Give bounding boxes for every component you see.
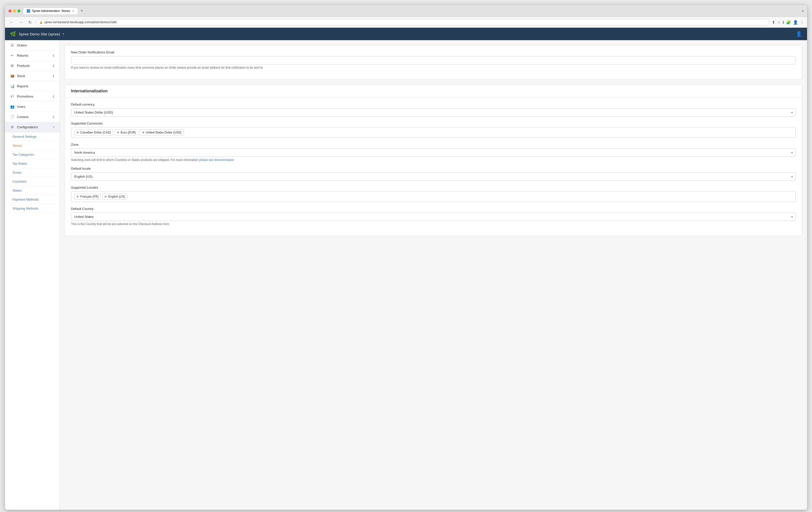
promotions-chevron-icon: ❮ (52, 95, 55, 98)
currency-tag-usd: ✕United States Dollar (USD) (140, 130, 184, 135)
locale-tag-en: ✕English (US) (102, 194, 127, 199)
browser-window: Spree Administration: Stores ✕ + ▾ ← → ↻… (5, 5, 807, 510)
sidebar-label-products: Products (17, 64, 30, 68)
notification-email-section: New Order Notifications Email If you wan… (65, 45, 802, 80)
sidebar-item-users[interactable]: 👥 Users (5, 102, 60, 112)
info-icon[interactable]: ℹ (783, 20, 784, 25)
url-text: spree-vsf-backend.herokuapp.com/admin/st… (45, 21, 116, 24)
back-button[interactable]: ← (8, 20, 15, 25)
address-bar[interactable]: 🔒 spree-vsf-backend.herokuapp.com/admin/… (36, 19, 770, 25)
currency-tag-remove-usd[interactable]: ✕ (142, 131, 144, 134)
returns-chevron-icon: ❮ (52, 54, 55, 57)
submenu-item-stores[interactable]: Stores (5, 141, 60, 150)
sidebar-label-reports: Reports (17, 84, 28, 88)
logo-chevron-icon[interactable]: ▾ (63, 32, 64, 36)
submenu-item-tax-categories[interactable]: Tax Categories (5, 150, 60, 159)
sidebar-item-orders[interactable]: ☰ Orders (5, 40, 60, 50)
currency-tag-label-cad: Canadian Dollar (CAD) (80, 131, 111, 134)
default-country-group: Default Country United StatesCanadaUnite… (71, 207, 796, 226)
app-name: Spree Demo Site (spree) (19, 32, 60, 36)
user-profile-icon[interactable]: 👤 (793, 20, 798, 25)
submenu-item-tax-rates[interactable]: Tax Rates (5, 159, 60, 168)
currency-tag-cad: ✕Canadian Dollar (CAD) (74, 130, 113, 135)
default-currency-select[interactable]: United States Dollar (USD)Canadian Dolla… (71, 108, 796, 116)
submenu-item-payment-methods[interactable]: Payment Methods (5, 195, 60, 204)
close-button[interactable] (8, 9, 11, 12)
default-country-select[interactable]: United StatesCanadaUnited Kingdom (71, 213, 796, 221)
header-user-icon[interactable]: 👤 (796, 31, 802, 37)
sidebar-item-stock[interactable]: 📦 Stock ❮ (5, 71, 60, 81)
zone-hint-link[interactable]: please see documentation (199, 158, 234, 162)
bookmark-icon[interactable]: ☆ (777, 20, 781, 25)
submenu-item-zones[interactable]: Zones (5, 168, 60, 177)
default-country-label: Default Country (71, 207, 796, 211)
default-currency-group: Default currency United States Dollar (U… (71, 103, 796, 116)
locale-tag-label-fr: Français (FR) (80, 195, 98, 198)
currency-tag-remove-eur[interactable]: ✕ (117, 131, 119, 134)
reports-icon: 📊 (10, 84, 14, 88)
orders-icon: ☰ (10, 43, 14, 47)
stock-chevron-icon: ❮ (52, 74, 55, 78)
products-chevron-icon: ❮ (52, 64, 55, 68)
locale-tag-remove-en[interactable]: ✕ (105, 195, 107, 198)
stock-icon: 📦 (10, 74, 14, 78)
notification-email-input[interactable] (71, 56, 796, 64)
sidebar-item-reports[interactable]: 📊 Reports (5, 81, 60, 91)
forward-button[interactable]: → (18, 20, 24, 25)
sidebar-item-products[interactable]: ⊞ Products ❮ (5, 61, 60, 71)
notification-email-group: New Order Notifications Email If you wan… (71, 50, 796, 70)
tab-close-button[interactable]: ✕ (72, 9, 74, 13)
maximize-button[interactable] (18, 9, 21, 12)
minimize-button[interactable] (13, 9, 16, 12)
notification-email-hint: If you want to receive an email notifica… (71, 66, 796, 70)
sidebar-item-returns[interactable]: ↩ Returns ❮ (5, 50, 60, 61)
currency-tag-label-usd: United States Dollar (USD) (146, 131, 181, 134)
sidebar-label-promotions: Promotions (17, 95, 33, 98)
locale-tag-label-en: English (US) (108, 195, 125, 198)
configurations-header[interactable]: ⚙ Configurations ▾ (5, 122, 60, 132)
menu-icon[interactable]: ⋮ (800, 20, 804, 25)
sidebar-label-orders: Orders (17, 44, 27, 47)
zone-hint: Selecting zone will limit to which Count… (71, 158, 796, 162)
configurations-chevron-icon: ▾ (53, 126, 55, 129)
browser-toolbar: ← → ↻ 🔒 spree-vsf-backend.herokuapp.com/… (5, 17, 807, 28)
active-tab[interactable]: Spree Administration: Stores ✕ (23, 7, 78, 14)
traffic-lights (8, 9, 21, 12)
supported-currencies-group: Supported Currencies ✕Canadian Dollar (C… (71, 122, 796, 138)
refresh-button[interactable]: ↻ (27, 20, 33, 25)
default-currency-select-wrapper: United States Dollar (USD)Canadian Dolla… (71, 108, 796, 116)
sidebar-item-promotions[interactable]: 🏷 Promotions ❮ (5, 91, 60, 102)
default-country-hint: This is the Country that will be pre-sel… (71, 222, 796, 226)
zone-select[interactable]: North AmericaEuropean Union (71, 149, 796, 157)
default-locale-select[interactable]: English (US)Français (FR) (71, 172, 796, 181)
app-wrapper: 🌿 Spree Demo Site (spree) ▾ 👤 ☰ Orders ↩… (5, 28, 807, 510)
browser-tabs: Spree Administration: Stores ✕ + (23, 7, 800, 14)
submenu-item-countries[interactable]: Countries (5, 177, 60, 186)
new-tab-button[interactable]: + (79, 8, 85, 14)
submenu-item-states[interactable]: States (5, 186, 60, 195)
share-icon[interactable]: ⬆ (772, 20, 775, 25)
configurations-icon: ⚙ (10, 125, 14, 129)
supported-currencies-label: Supported Currencies (71, 122, 796, 125)
promotions-icon: 🏷 (10, 94, 14, 98)
zone-group: Zone North AmericaEuropean Union ▾ Selec… (71, 143, 796, 162)
content-chevron-icon: ❮ (52, 115, 55, 118)
zone-hint-prefix: Selecting zone will limit to which Count… (71, 158, 199, 162)
submenu-item-shipping-methods[interactable]: Shipping Methods (5, 204, 60, 213)
currency-tag-label-eur: Euro (EUR) (121, 131, 136, 134)
sidebar-item-content[interactable]: 📄 Content ❮ (5, 112, 60, 122)
default-country-select-wrapper: United StatesCanadaUnited Kingdom ▾ (71, 213, 796, 221)
content-icon: 📄 (10, 115, 14, 119)
sidebar-label-stock: Stock (17, 74, 25, 78)
locale-tag-remove-fr[interactable]: ✕ (77, 195, 79, 198)
submenu-item-general-settings[interactable]: General Settings (5, 132, 60, 141)
currency-tag-remove-cad[interactable]: ✕ (77, 131, 79, 134)
extensions-icon[interactable]: 🧩 (786, 20, 791, 25)
toolbar-actions: ⬆ ☆ ℹ 🧩 👤 ⋮ (772, 20, 804, 25)
notification-email-label: New Order Notifications Email (71, 50, 796, 54)
app-header: 🌿 Spree Demo Site (spree) ▾ 👤 (5, 28, 807, 40)
currency-tag-eur: ✕Euro (EUR) (115, 130, 138, 135)
zone-select-wrapper: North AmericaEuropean Union ▾ (71, 149, 796, 157)
supported-currencies-tags: ✕Canadian Dollar (CAD)✕Euro (EUR)✕United… (71, 127, 796, 138)
lock-icon: 🔒 (39, 21, 43, 24)
